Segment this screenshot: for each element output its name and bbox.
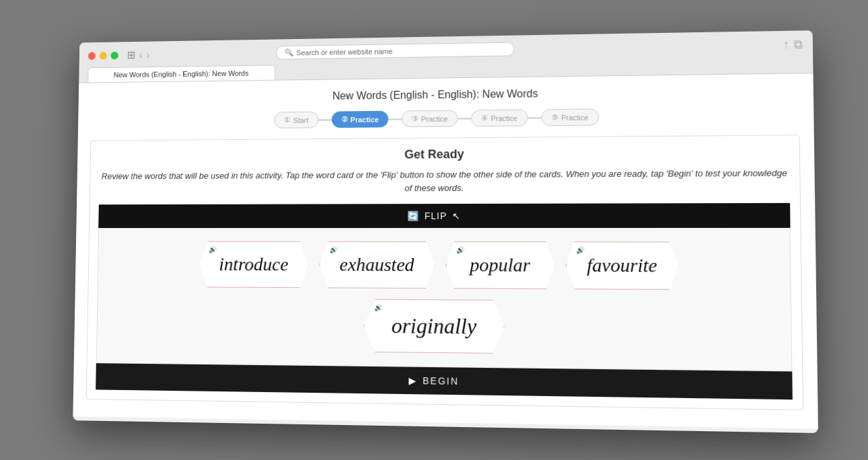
sound-icon-introduce[interactable]: 🔊 (209, 246, 217, 254)
word-card-popular[interactable]: 🔊 popular (445, 241, 554, 289)
cards-area: 🔊 introduce 🔊 exhausted 🔊 popular 🔊 favo… (96, 228, 792, 372)
step-3[interactable]: ③ Practice (402, 110, 458, 128)
sound-icon-originally[interactable]: 🔊 (374, 304, 382, 311)
sound-icon-favourite[interactable]: 🔊 (576, 246, 584, 254)
address-text: Search or enter website name (296, 47, 392, 56)
step-connector-1 (318, 119, 331, 120)
word-text-originally: originally (392, 313, 477, 339)
step-2[interactable]: ② Practice (331, 111, 388, 128)
flip-label: FLIP (425, 210, 447, 221)
step-2-label: Practice (351, 115, 379, 123)
step-5-icon: ⑤ (552, 113, 558, 122)
maximize-button[interactable] (110, 51, 118, 59)
word-card-exhausted[interactable]: 🔊 exhausted (319, 241, 435, 289)
step-5-label: Practice (561, 113, 588, 121)
step-4-label: Practice (491, 114, 517, 122)
step-connector-4 (528, 117, 541, 118)
search-icon: 🔍 (285, 48, 294, 57)
begin-play-icon: ▶ (408, 375, 417, 386)
begin-label: BEGIN (423, 375, 459, 387)
step-1-icon: ① (284, 116, 291, 124)
sidebar-toggle-icon[interactable]: ⊞ (127, 49, 135, 61)
step-4-icon: ④ (481, 114, 488, 122)
sound-icon-exhausted[interactable]: 🔊 (329, 246, 337, 254)
cursor-icon: ↖ (452, 210, 461, 221)
step-3-icon: ③ (412, 114, 419, 123)
progress-steps: ① Start ② Practice ③ Practice (91, 106, 800, 130)
step-connector-3 (458, 118, 471, 119)
step-4[interactable]: ④ Practice (471, 110, 528, 127)
tabs-icon[interactable]: ⧉ (793, 38, 803, 52)
step-connector-2 (389, 118, 402, 120)
back-icon[interactable]: ‹ (139, 49, 143, 61)
close-button[interactable] (88, 52, 96, 60)
step-5[interactable]: ⑤ Practice (542, 109, 599, 126)
step-2-pill[interactable]: ② Practice (331, 111, 388, 128)
get-ready-description: Review the words that will be used in th… (99, 166, 790, 195)
step-2-icon: ② (341, 115, 348, 124)
cards-row-2: 🔊 originally (107, 297, 780, 356)
get-ready-title: Get Ready (100, 145, 789, 164)
share-icon[interactable]: ↑ (783, 38, 790, 52)
sound-icon-popular[interactable]: 🔊 (456, 246, 464, 254)
step-3-label: Practice (421, 114, 447, 122)
word-text-favourite: favourite (587, 254, 657, 276)
word-card-originally[interactable]: 🔊 originally (364, 299, 505, 354)
word-text-popular: popular (470, 254, 530, 276)
word-card-introduce[interactable]: 🔊 introduce (198, 241, 309, 289)
page-title: New Words (English - English): New Words (91, 85, 799, 105)
step-5-pill[interactable]: ⑤ Practice (542, 109, 599, 126)
word-card-favourite[interactable]: 🔊 favourite (565, 241, 679, 290)
flip-icon: 🔄 (407, 210, 419, 221)
step-1-label: Start (293, 116, 309, 124)
get-ready-section: Get Ready Review the words that will be … (86, 135, 803, 410)
cards-row-1: 🔊 introduce 🔊 exhausted 🔊 popular 🔊 favo… (108, 241, 779, 291)
minimize-button[interactable] (100, 52, 107, 60)
step-1-pill[interactable]: ① Start (275, 112, 318, 128)
browser-window: ⊞ ‹ › 🔍 Search or enter website name ↑ ⧉… (73, 30, 818, 433)
flip-button[interactable]: 🔄 FLIP ↖ (98, 203, 790, 228)
word-text-exhausted: exhausted (340, 254, 414, 276)
step-1[interactable]: ① Start (275, 112, 318, 128)
address-bar[interactable]: 🔍 Search or enter website name (276, 42, 514, 60)
word-text-introduce: introduce (219, 254, 288, 275)
step-3-pill[interactable]: ③ Practice (402, 110, 458, 128)
forward-icon[interactable]: › (146, 49, 149, 61)
step-4-pill[interactable]: ④ Practice (471, 110, 528, 127)
browser-content: New Words (English - English): New Words… (73, 73, 818, 428)
active-tab[interactable]: New Words (English - English): New Words (87, 65, 275, 82)
